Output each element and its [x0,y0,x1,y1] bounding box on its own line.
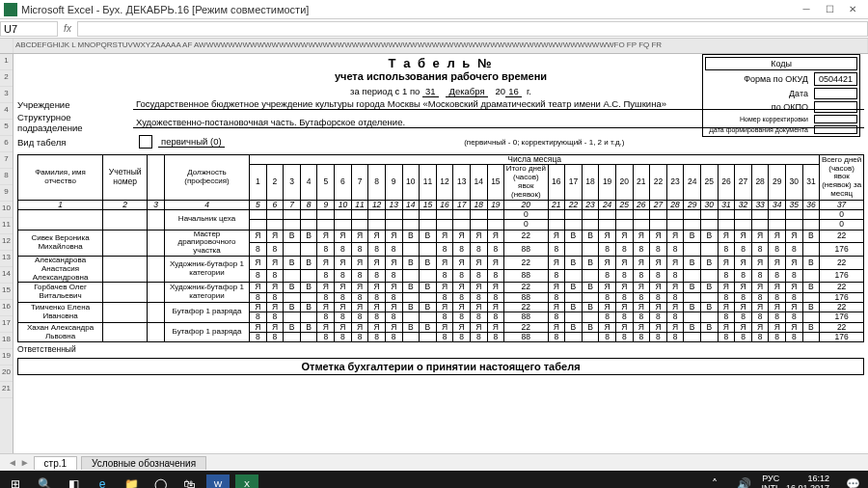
taskview-icon[interactable]: ◧ [62,474,85,488]
close-button[interactable]: ✕ [841,1,864,18]
sheet-tabs: ◄ ► стр.1 Условные обозначения [0,453,868,471]
responsible-label: Ответственный [17,344,864,354]
accounting-note: Отметка бухгалтерии о принятии настоящег… [17,358,864,375]
meta-kind: Вид табеля первичный (0) (первичный - 0;… [17,135,864,149]
tray-up-icon[interactable]: ˄ [703,474,726,488]
excel-taskbar-icon[interactable]: X [235,474,258,488]
fx-icon[interactable]: fx [58,23,77,34]
formula-bar[interactable] [77,21,868,37]
word-icon[interactable]: W [206,474,230,488]
name-box[interactable] [0,21,58,37]
clock[interactable]: 16:1216.01.2017 [786,474,829,488]
timesheet-grid[interactable]: Фамилия, имя отчествоУчетный номерДолжно… [17,154,864,342]
row-headers[interactable]: 123456789101112131415161718192021 [0,54,14,453]
window-titlebar: Microsoft Excel - Бух. ДЕКАБРЬ.16 [Режим… [0,0,868,19]
taskbar: ⊞ 🔍 ◧ e 📁 ◯ 🛍 W X ˄ 🔊 РУСINTL 16:1216.01… [0,471,868,488]
excel-icon [4,3,17,16]
store-icon[interactable]: 🛍 [177,474,201,488]
window-title: Microsoft Excel - Бух. ДЕКАБРЬ.16 [Режим… [21,4,795,15]
volume-icon[interactable]: 🔊 [732,474,755,488]
codes-box: Коды Форма по ОКУД0504421 Дата по ОКПО Н… [702,54,860,137]
edge-icon[interactable]: e [91,474,114,488]
minimize-button[interactable]: ─ [795,1,818,18]
search-icon[interactable]: 🔍 [33,474,56,488]
column-headers[interactable]: ABCDEFGHIJK L MNOPQRSTUVWXYZAAAAA AF AWW… [0,39,868,54]
language-indicator[interactable]: РУСINTL [761,474,780,488]
sheet-content[interactable]: Коды Форма по ОКУД0504421 Дата по ОКПО Н… [14,54,868,453]
chrome-icon[interactable]: ◯ [149,474,172,488]
notifications-icon[interactable]: 💬 [841,474,864,488]
start-button[interactable]: ⊞ [4,474,27,488]
tab-legend[interactable]: Условные обозначения [81,456,206,470]
formula-bar-row: fx [0,19,868,39]
maximize-button[interactable]: ☐ [818,1,841,18]
explorer-icon[interactable]: 📁 [120,474,143,488]
tab-page1[interactable]: стр.1 [34,456,77,470]
worksheet[interactable]: 123456789101112131415161718192021 Коды Ф… [0,54,868,453]
